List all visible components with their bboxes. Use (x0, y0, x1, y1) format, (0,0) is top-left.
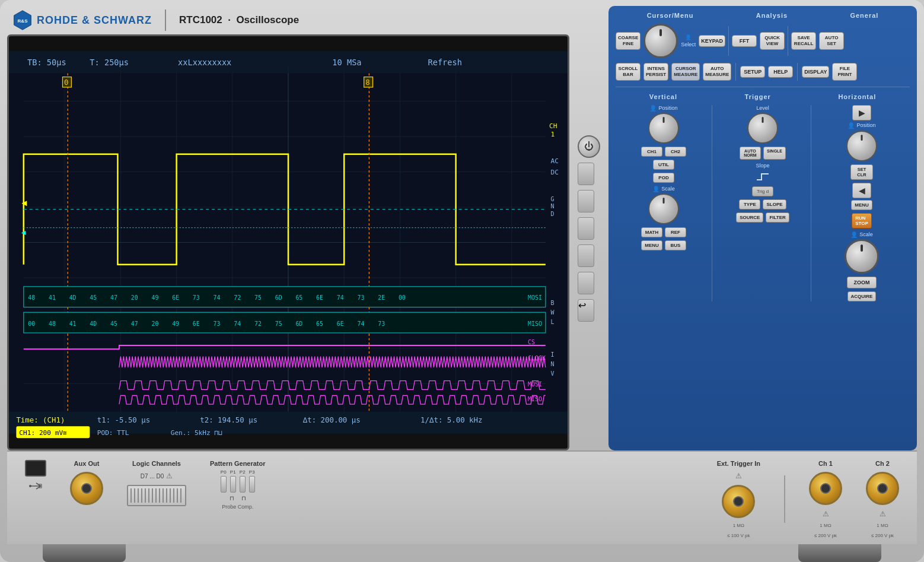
cursor-knob[interactable] (643, 24, 678, 58)
scroll-bar-button[interactable]: SCROLL BAR (616, 63, 641, 80)
side-button-1[interactable] (578, 163, 594, 185)
ch1-connector-label: Ch 1 (818, 460, 833, 467)
coarse-fine-button[interactable]: COARSE FINE (616, 32, 641, 49)
svg-text:R&S: R&S (17, 18, 28, 24)
type-button[interactable]: TYPE (739, 199, 760, 209)
svg-text:CLOCK: CLOCK (528, 355, 546, 361)
auto-norm-button[interactable]: AUTO NORM (740, 147, 761, 160)
svg-text:1: 1 (550, 131, 555, 138)
p3-connector[interactable] (249, 476, 255, 493)
math-ref-buttons: MATH REF (641, 227, 686, 237)
ref-button[interactable]: REF (665, 227, 686, 237)
intens-persist-button[interactable]: INTENS PERSIST (643, 63, 668, 80)
fft-button[interactable]: FFT (732, 35, 757, 47)
svg-rect-65 (24, 312, 546, 333)
svg-text:6E: 6E (193, 320, 200, 327)
setup-button[interactable]: SETUP (740, 66, 765, 78)
svg-text:48: 48 (49, 320, 56, 327)
ext-voltage-label: ≤ 100 V pk (727, 533, 750, 538)
cursor-measure-button[interactable]: CURSOR MEASURE (671, 63, 700, 80)
auto-set-button[interactable]: AUTO SET (819, 32, 844, 49)
svg-text:CS: CS (528, 339, 535, 345)
svg-text:73: 73 (378, 320, 385, 327)
side-button-5[interactable] (578, 272, 594, 294)
cursor-menu-label: Cursor/Menu (647, 12, 694, 19)
auto-measure-button[interactable]: AUTO MEASURE (703, 63, 731, 80)
horizontal-label: Horizontal (838, 93, 876, 100)
svg-text:MOSI: MOSI (528, 381, 542, 388)
help-button[interactable]: HELP (768, 66, 793, 78)
vertical-scale-knob[interactable] (648, 193, 679, 224)
svg-text:V: V (550, 370, 554, 377)
svg-text:6E: 6E (337, 320, 344, 327)
usb-port[interactable] (25, 460, 46, 477)
svg-text:20: 20 (131, 294, 138, 301)
auto-norm-single: AUTO NORM SINGLE (740, 147, 786, 160)
pattern-gen-label: Pattern Generator (210, 460, 266, 467)
horizontal-menu-button[interactable]: MENU (851, 200, 872, 210)
svg-text:◄: ◄ (20, 228, 27, 237)
bus-button[interactable]: BUS (665, 240, 686, 250)
ch1-bnc-connector[interactable] (809, 472, 842, 505)
trigger-level-knob[interactable] (747, 113, 778, 144)
side-button-4[interactable] (578, 245, 594, 267)
run-stop-button[interactable]: RUN STOP (852, 213, 872, 228)
single-button[interactable]: SINGLE (763, 147, 786, 160)
probe-comp-label: Probe Comp. (222, 504, 253, 510)
svg-text:t2: 194.50 µs: t2: 194.50 µs (200, 415, 257, 424)
oscilloscope-screen: TB: 50µs T: 250µs xxLxxxxxxxx 10 MSa Ref… (7, 34, 569, 450)
svg-text:74: 74 (358, 320, 365, 327)
arrow-left-button[interactable]: ◀ (852, 183, 871, 198)
horizontal-position-knob[interactable] (846, 131, 877, 161)
ext-ohm-label: 1 MΩ (733, 523, 744, 528)
svg-text:N: N (550, 361, 554, 367)
ch2-ohm-label: 1 MΩ (877, 523, 888, 528)
display-button[interactable]: DISPLAY (802, 66, 829, 78)
logic-connector[interactable] (127, 485, 186, 506)
quick-view-button[interactable]: QUICK VIEW (760, 32, 785, 49)
usb-group (25, 460, 46, 491)
svg-text:74: 74 (234, 320, 241, 327)
acquire-button[interactable]: ACQUIRE (847, 291, 877, 301)
power-button[interactable]: ⏻ (578, 135, 600, 158)
side-button-3[interactable] (578, 217, 594, 240)
aux-out-connector[interactable] (70, 472, 103, 505)
source-button[interactable]: SOURCE (736, 212, 763, 223)
trig-d-button[interactable]: Trig d (752, 186, 773, 196)
back-button[interactable]: ↩ (578, 299, 594, 322)
svg-text:6D: 6D (275, 294, 282, 301)
p1-connector[interactable] (230, 476, 236, 493)
p2-connector[interactable] (240, 476, 246, 493)
svg-text:74: 74 (337, 294, 344, 301)
svg-text:72: 72 (234, 294, 241, 301)
vertical-position-knob[interactable] (648, 113, 679, 144)
set-clr-button[interactable]: SET CLR (850, 164, 873, 180)
ch1-button[interactable]: CH1 (641, 147, 662, 157)
util-button[interactable]: UTIL (653, 160, 674, 170)
usb-icon (29, 481, 42, 491)
type-slope-buttons: TYPE SLOPE (739, 199, 786, 209)
svg-text:45: 45 (90, 294, 97, 301)
svg-text:4D: 4D (69, 294, 77, 301)
ch2-bnc-connector[interactable] (866, 472, 899, 505)
filter-button[interactable]: FILTER (766, 212, 789, 223)
arrow-right-button[interactable]: ▶ (852, 105, 871, 120)
ch2-connector-label: Ch 2 (875, 460, 890, 467)
ext-trigger-connector[interactable] (722, 485, 755, 518)
vertical-menu-button[interactable]: MENU (641, 240, 662, 250)
horizontal-scale-knob[interactable] (845, 239, 879, 274)
svg-text:MISO: MISO (528, 396, 542, 402)
brand-logo: R&S ROHDE & SCHWARZ (12, 9, 152, 31)
math-button[interactable]: MATH (641, 227, 662, 237)
ch2-button[interactable]: CH2 (665, 147, 686, 157)
file-print-button[interactable]: FILE PRINT (832, 63, 857, 80)
p0-connector[interactable] (221, 476, 227, 493)
zoom-button[interactable]: ZOOM (847, 277, 877, 288)
keypad-button[interactable]: KEYPAD (699, 35, 725, 47)
pod-button[interactable]: POD (653, 173, 674, 183)
save-recall-button[interactable]: SAVE RECALL (791, 32, 816, 49)
side-button-2[interactable] (578, 190, 594, 212)
slope-button[interactable]: SLOPE (763, 199, 786, 209)
svg-text:65: 65 (316, 320, 323, 327)
svg-text:B: B (550, 300, 554, 306)
